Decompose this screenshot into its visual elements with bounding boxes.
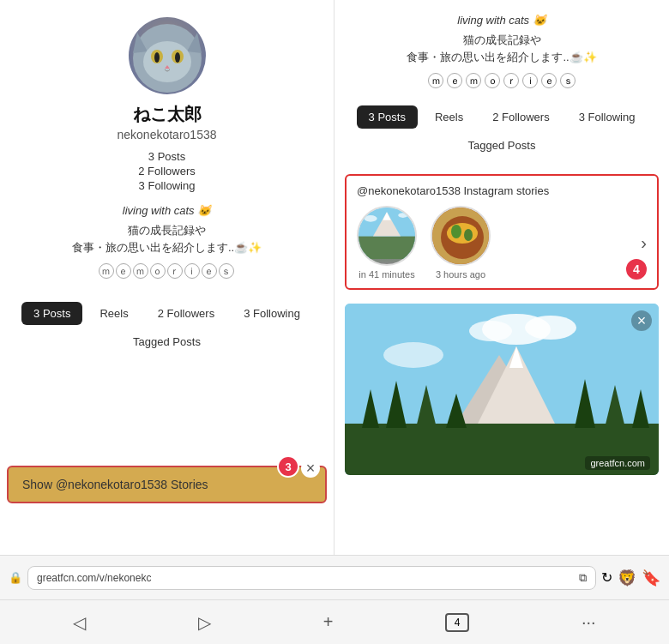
back-icon[interactable]: ◁ [73, 612, 86, 633]
right-bio-tag: ｍｅｍｏｒｉｅｓ [427, 73, 576, 88]
bio-section: living with cats 🐱 猫の成長記録や食事・旅の思い出を紹介します… [55, 204, 279, 292]
photo-site-label: greatfcn.com [585, 456, 650, 470]
avatar-cat-image [129, 17, 206, 94]
story-item-1[interactable]: in 41 minutes [357, 206, 417, 280]
stories-box: @nekonekotaro1538 Instagram stories [345, 174, 659, 290]
big-photo-close-icon[interactable]: × [631, 310, 652, 331]
svg-point-18 [451, 225, 461, 238]
story-time-2: 3 hours ago [436, 269, 485, 280]
more-icon[interactable]: ··· [582, 612, 596, 632]
stories-row: in 41 minutes [357, 206, 647, 280]
story-thumb-1 [357, 206, 417, 266]
right-tab-followers[interactable]: 2 Followers [480, 105, 561, 129]
svg-point-24 [469, 321, 512, 341]
right-bio-text: 猫の成長記録や食事・旅の思い出を紹介します..☕✨ [348, 32, 655, 65]
bio-living: living with cats 🐱 [72, 204, 262, 217]
right-tabs-section: 3 Posts Reels 2 Followers 3 Following Ta… [334, 105, 669, 167]
right-panel: living with cats 🐱 猫の成長記録や食事・旅の思い出を紹介します… [334, 0, 669, 555]
big-photo-image [345, 304, 659, 475]
url-text: greatfcn.com/v/nekonekc [37, 572, 574, 584]
svg-point-14 [398, 213, 407, 218]
right-bio-living: living with cats 🐱 [348, 14, 655, 27]
forward-icon[interactable]: ▷ [198, 612, 211, 633]
add-icon[interactable]: + [323, 612, 334, 632]
tab-posts[interactable]: 3 Posts [21, 302, 82, 325]
profile-section: ねこ太郎 nekonekotaro1538 3 Posts 2 Follower… [0, 0, 334, 302]
story-banner-close[interactable]: × [301, 459, 320, 478]
url-bar[interactable]: greatfcn.com/v/nekonekc ⧉ [27, 566, 596, 590]
svg-point-3 [143, 41, 191, 82]
profile-username: nekonekotaro1538 [118, 128, 217, 141]
right-tab-posts[interactable]: 3 Posts [357, 105, 418, 129]
svg-point-7 [175, 52, 180, 63]
bookmark-icon[interactable]: 🔖 [642, 569, 660, 587]
story-item-2[interactable]: 3 hours ago [431, 206, 491, 280]
tabs-section: 3 Posts Reels 2 Followers 3 Following Ta… [0, 302, 334, 362]
left-panel: ねこ太郎 nekonekotaro1538 3 Posts 2 Follower… [0, 0, 334, 555]
copy-icon[interactable]: ⧉ [579, 571, 587, 585]
profile-stats: 3 Posts 2 Followers 3 Following [138, 150, 195, 192]
refresh-icon[interactable]: ↻ [601, 569, 612, 586]
stat-followers: 2 Followers [138, 165, 195, 178]
story-time-1: in 41 minutes [359, 269, 414, 280]
svg-point-23 [525, 316, 576, 340]
lock-icon: 🔒 [9, 571, 22, 584]
stat-posts: 3 Posts [148, 150, 185, 163]
badge-4: 4 [624, 257, 648, 281]
tab-count-button[interactable]: 4 [445, 613, 469, 632]
tab-followers[interactable]: 2 Followers [146, 302, 226, 325]
tab-following[interactable]: 3 Following [232, 302, 312, 325]
bottom-bars: 🔒 greatfcn.com/v/nekonekc ⧉ ↻ 🦁 🔖 ◁ ▷ + … [0, 555, 669, 644]
story-thumb-food-image [432, 208, 489, 264]
svg-point-19 [464, 229, 473, 241]
brave-icon[interactable]: 🦁 [618, 569, 636, 587]
browser-bar: 🔒 greatfcn.com/v/nekonekc ⧉ ↻ 🦁 🔖 [0, 555, 669, 599]
right-top-bio: living with cats 🐱 猫の成長記録や食事・旅の思い出を紹介します… [334, 0, 669, 105]
tab-reels[interactable]: Reels [87, 302, 140, 325]
tab-count-label: 4 [455, 617, 461, 629]
svg-point-13 [365, 215, 377, 222]
tab-tagged[interactable]: Tagged Posts [121, 330, 213, 353]
badge-3: 3 [277, 455, 299, 478]
story-thumb-2 [431, 206, 491, 266]
story-banner[interactable]: Show @nekonekotaro1538 Stories × 3 [7, 466, 327, 503]
bio-text: 猫の成長記録や食事・旅の思い出を紹介します..☕✨ [72, 222, 262, 256]
big-photo: × greatfcn.com [345, 304, 659, 475]
chevron-right-icon[interactable]: › [641, 233, 647, 253]
svg-point-6 [154, 52, 160, 63]
story-banner-text: Show @nekonekotaro1538 Stories [22, 478, 208, 491]
right-tab-tagged[interactable]: Tagged Posts [456, 134, 548, 157]
profile-name-jp: ねこ太郎 [133, 103, 202, 126]
svg-point-25 [383, 342, 443, 368]
stories-title: @nekonekotaro1538 Instagram stories [357, 184, 647, 197]
svg-rect-10 [359, 237, 415, 259]
right-tab-following[interactable]: 3 Following [567, 105, 648, 129]
avatar [129, 17, 206, 94]
story-thumb-mountain-image [359, 208, 415, 264]
bio-tag: ｍｅｍｏｒｉｅｓ [97, 262, 236, 280]
right-tab-reels[interactable]: Reels [423, 105, 475, 129]
nav-bar: ◁ ▷ + 4 ··· [0, 599, 669, 644]
stat-following: 3 Following [139, 179, 196, 192]
